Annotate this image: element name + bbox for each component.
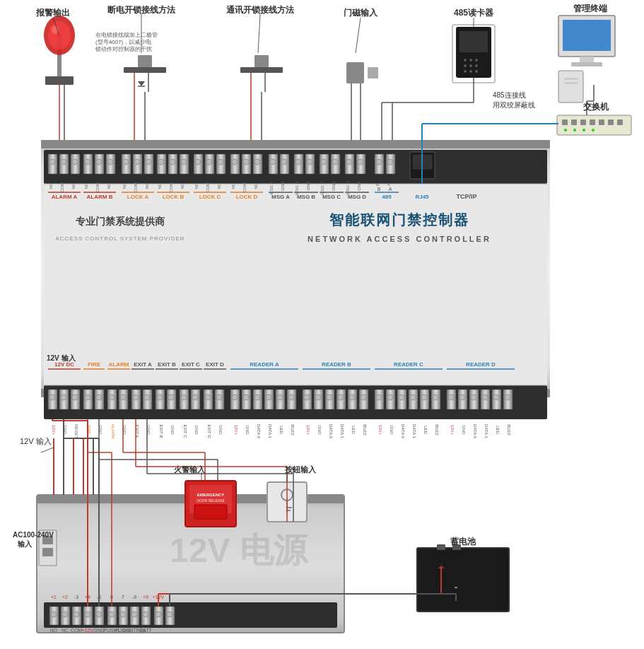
svg-text:READER A: READER A bbox=[250, 361, 279, 368]
svg-point-118 bbox=[349, 394, 355, 400]
svg-text:+: + bbox=[438, 562, 444, 573]
svg-text:-3: -3 bbox=[74, 595, 78, 600]
svg-text:LED: LED bbox=[423, 426, 428, 434]
svg-rect-276 bbox=[368, 67, 378, 78]
svg-rect-67 bbox=[48, 390, 57, 409]
svg-point-10 bbox=[49, 159, 55, 165]
svg-rect-376 bbox=[437, 544, 445, 550]
svg-point-14 bbox=[72, 159, 78, 165]
svg-rect-51 bbox=[305, 154, 315, 174]
svg-text:MSG A: MSG A bbox=[269, 181, 274, 194]
svg-text:断电开锁接线方法: 断电开锁接线方法 bbox=[107, 5, 176, 15]
svg-text:GND: GND bbox=[93, 628, 105, 633]
svg-point-349 bbox=[156, 612, 161, 617]
svg-rect-373 bbox=[42, 536, 53, 544]
svg-rect-137 bbox=[469, 390, 479, 409]
svg-point-76 bbox=[96, 394, 102, 400]
svg-point-48 bbox=[281, 159, 287, 165]
svg-rect-9 bbox=[48, 154, 57, 174]
svg-rect-53 bbox=[320, 154, 329, 174]
svg-point-142 bbox=[493, 394, 499, 400]
svg-text:EMERGENCY: EMERGENCY bbox=[197, 493, 225, 497]
svg-text:EXIT C: EXIT C bbox=[182, 361, 200, 368]
svg-rect-346 bbox=[141, 607, 151, 625]
svg-point-72 bbox=[72, 394, 78, 400]
svg-point-335 bbox=[74, 612, 79, 617]
svg-rect-123 bbox=[386, 390, 395, 409]
svg-rect-83 bbox=[143, 390, 152, 409]
svg-rect-69 bbox=[59, 390, 69, 409]
svg-rect-294 bbox=[571, 62, 602, 66]
svg-rect-49 bbox=[294, 154, 303, 174]
svg-rect-5 bbox=[44, 385, 547, 419]
svg-point-100 bbox=[243, 394, 249, 400]
svg-point-286 bbox=[475, 64, 478, 67]
svg-text:6: 6 bbox=[110, 595, 113, 600]
svg-point-68 bbox=[49, 394, 55, 400]
svg-point-42 bbox=[243, 159, 249, 165]
svg-text:GND: GND bbox=[170, 425, 175, 435]
svg-point-343 bbox=[120, 612, 126, 617]
svg-point-282 bbox=[469, 59, 472, 62]
svg-text:+2: +2 bbox=[62, 595, 68, 600]
svg-text:GND: GND bbox=[98, 425, 103, 435]
svg-text:GND: GND bbox=[357, 181, 361, 191]
svg-point-26 bbox=[146, 159, 151, 165]
svg-point-341 bbox=[109, 612, 115, 617]
svg-rect-139 bbox=[481, 390, 490, 409]
svg-rect-301 bbox=[580, 119, 586, 125]
svg-text:DATA 1: DATA 1 bbox=[484, 424, 488, 438]
svg-point-337 bbox=[85, 612, 90, 617]
svg-rect-23 bbox=[133, 154, 142, 174]
svg-text:EXIT C: EXIT C bbox=[183, 424, 187, 438]
svg-rect-292 bbox=[563, 20, 611, 51]
svg-point-64 bbox=[387, 159, 393, 165]
svg-rect-143 bbox=[503, 390, 513, 409]
svg-text:MSG B: MSG B bbox=[297, 194, 315, 200]
svg-text:MSG A: MSG A bbox=[271, 194, 290, 200]
svg-text:锁动作对控制器的干扰: 锁动作对控制器的干扰 bbox=[95, 46, 152, 52]
svg-text:12V+: 12V+ bbox=[306, 425, 310, 435]
svg-text:GND: GND bbox=[194, 425, 199, 435]
svg-rect-31 bbox=[180, 154, 189, 174]
svg-text:GND: GND bbox=[122, 425, 127, 435]
svg-point-34 bbox=[195, 159, 201, 165]
svg-rect-297 bbox=[564, 82, 578, 84]
svg-text:GND: GND bbox=[390, 425, 394, 435]
svg-point-106 bbox=[277, 394, 283, 400]
svg-text:COM: COM bbox=[134, 182, 138, 192]
svg-rect-135 bbox=[458, 390, 467, 409]
svg-text:COM: COM bbox=[169, 182, 173, 192]
svg-point-122 bbox=[376, 394, 382, 400]
svg-rect-17 bbox=[95, 154, 104, 174]
svg-text:NC: NC bbox=[158, 182, 162, 189]
svg-point-134 bbox=[448, 394, 454, 400]
svg-point-12 bbox=[61, 159, 66, 165]
svg-text:READER B: READER B bbox=[322, 361, 351, 368]
svg-line-432 bbox=[258, 14, 260, 53]
svg-rect-27 bbox=[157, 154, 166, 174]
svg-rect-327 bbox=[37, 495, 344, 633]
svg-text:NC: NC bbox=[122, 182, 127, 189]
svg-point-40 bbox=[232, 159, 238, 165]
svg-text:+12V: +12V bbox=[82, 628, 94, 633]
bottom-section-label: 12V 输入 bbox=[47, 353, 76, 363]
svg-rect-336 bbox=[83, 607, 93, 625]
svg-text:智能联网门禁控制器: 智能联网门禁控制器 bbox=[329, 212, 469, 228]
svg-text:NO: NO bbox=[254, 182, 258, 189]
svg-rect-290 bbox=[452, 25, 495, 83]
svg-rect-125 bbox=[397, 390, 406, 409]
svg-point-62 bbox=[376, 159, 382, 165]
svg-text:LED: LED bbox=[496, 426, 500, 434]
svg-text:LED: LED bbox=[351, 426, 356, 434]
svg-marker-269 bbox=[138, 81, 145, 86]
svg-point-112 bbox=[315, 394, 321, 400]
svg-rect-61 bbox=[375, 154, 384, 174]
svg-point-84 bbox=[144, 394, 150, 400]
svg-rect-400 bbox=[194, 505, 227, 519]
svg-point-110 bbox=[304, 394, 310, 400]
svg-point-102 bbox=[254, 394, 260, 400]
svg-text:12V 电源: 12V 电源 bbox=[170, 532, 309, 569]
svg-point-306 bbox=[564, 129, 567, 131]
svg-point-78 bbox=[109, 394, 115, 400]
